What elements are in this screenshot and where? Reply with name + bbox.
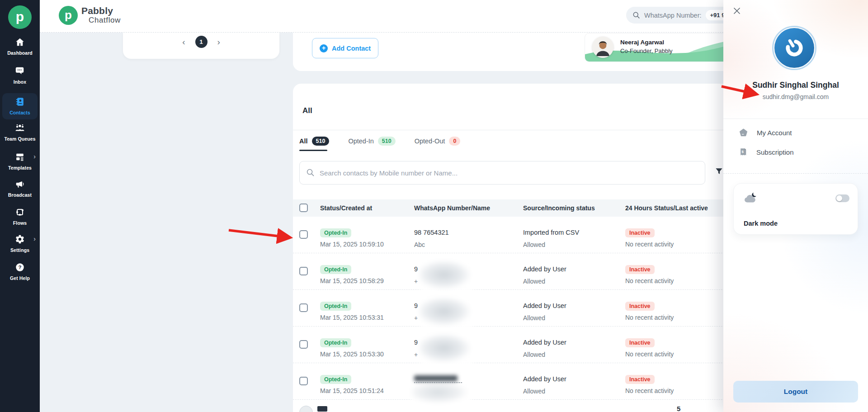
incoming-status: Allowed <box>523 241 579 248</box>
h24-status-badge: Inactive <box>625 302 655 311</box>
profile-panel: Sudhir Singhal Singhal sudhir.dmg@gmail.… <box>723 0 868 412</box>
cloud-moon-icon <box>743 191 758 204</box>
status-badge: Opted-In <box>320 302 351 311</box>
banner-role: Co-Founder, Pabbly <box>620 47 673 54</box>
last-active: No recent activity <box>625 314 674 321</box>
row-checkbox[interactable] <box>299 340 308 349</box>
whatsapp-number: 9 <box>414 302 418 310</box>
sidebar-item-team-queues[interactable]: Team Queues <box>0 123 40 142</box>
last-active: No recent activity <box>625 350 674 358</box>
sidebar: p Dashboard Inbox Contacts Team Queues T… <box>0 0 40 412</box>
contacts-search-input[interactable] <box>299 161 705 185</box>
table-row: Opted-In Mar 15, 2025 10:53:30 9 + Added… <box>293 327 772 363</box>
column-source-incoming: Source/Incoming status <box>523 199 595 217</box>
pagination-prev-icon[interactable]: ‹ <box>182 36 185 48</box>
whatsapp-number: 9 <box>414 338 418 347</box>
created-at: Mar 15, 2025 10:53:31 <box>320 314 384 321</box>
avatar <box>774 28 814 68</box>
brand-name: Pabbly <box>81 6 121 16</box>
h24-status-badge: Inactive <box>625 265 655 274</box>
blur-dark-overlay <box>414 375 458 381</box>
sidebar-item-flows[interactable]: Flows <box>0 207 40 226</box>
status-badge: Opted-In <box>320 228 351 237</box>
add-contact-button[interactable]: + Add Contact <box>312 38 378 58</box>
close-icon[interactable] <box>732 6 741 17</box>
contact-name: + <box>414 351 418 358</box>
column-status-created: Status/Created at <box>320 199 372 217</box>
incoming-status: Allowed <box>523 314 566 322</box>
source: Imported from CSV <box>523 228 579 237</box>
blur-overlay <box>411 381 471 406</box>
pabbly-chatflow-logo-icon: p <box>59 6 78 25</box>
h24-status-badge: Inactive <box>625 228 655 237</box>
last-active: No recent activity <box>625 241 674 248</box>
tab-all[interactable]: All 510 <box>299 137 329 146</box>
divider <box>293 130 772 130</box>
pabbly-logo-icon[interactable]: p <box>8 5 32 29</box>
pagination-next-icon[interactable]: › <box>217 36 220 48</box>
status-badge: Opted-In <box>320 375 351 384</box>
row-checkbox[interactable] <box>299 303 308 312</box>
source: Added by User <box>523 338 566 347</box>
dark-mode-toggle[interactable] <box>835 194 849 202</box>
blur-overlay <box>420 334 474 365</box>
banner-avatar <box>592 37 613 58</box>
subscription-receipt-icon: $ <box>739 147 748 157</box>
incoming-status: Allowed <box>523 278 566 285</box>
pagination-page-1[interactable]: 1 <box>195 36 208 48</box>
created-at: Mar 15, 2025 10:51:24 <box>320 387 384 394</box>
table-header: Status/Created at WhatsApp Number/Name S… <box>293 199 772 217</box>
incoming-status: Allowed <box>523 351 566 358</box>
status-badge: Opted-In <box>320 265 351 274</box>
sidebar-item-get-help[interactable]: ? Get Help <box>0 262 40 281</box>
flows-icon <box>0 207 40 218</box>
contacts-card: All All 510 Opted-In 510 Opted-Out 0 <box>293 84 772 412</box>
tab-opted-in[interactable]: Opted-In 510 <box>348 137 395 146</box>
dark-mode-card: Dark mode <box>733 183 858 235</box>
row-checkbox[interactable] <box>299 377 308 385</box>
blur-overlay <box>420 297 474 329</box>
row-checkbox[interactable] <box>299 267 308 275</box>
source: Added by User <box>523 265 566 274</box>
banner-name: Neeraj Agarwal <box>620 39 664 46</box>
select-all-checkbox[interactable] <box>299 204 308 212</box>
menu-item-my-account[interactable]: My Account <box>739 128 792 137</box>
pagination-card: ‹ 1 › <box>123 33 279 59</box>
svg-text:?: ? <box>19 265 22 270</box>
sidebar-item-contacts[interactable]: Contacts <box>2 93 38 119</box>
contacts-tabs: All 510 Opted-In 510 Opted-Out 0 <box>299 137 460 146</box>
power-logo-icon <box>783 37 805 59</box>
sidebar-item-templates[interactable]: Templates › <box>0 152 40 170</box>
column-number-name: WhatsApp Number/Name <box>414 199 490 217</box>
sidebar-item-settings[interactable]: Settings › <box>0 234 40 253</box>
sidebar-item-dashboard[interactable]: Dashboard <box>0 37 40 56</box>
contacts-book-icon <box>2 97 38 108</box>
toggle-knob <box>836 195 842 201</box>
brand-logo: p Pabbly Chatflow <box>59 6 121 25</box>
tab-opted-in-count: 510 <box>378 137 396 146</box>
dotted-underline <box>414 382 462 383</box>
incoming-status: Allowed <box>523 388 566 395</box>
chevron-right-icon: › <box>33 153 36 160</box>
inbox-chat-icon <box>0 66 40 77</box>
blur-overlay <box>420 260 474 292</box>
filter-icon[interactable] <box>715 167 723 177</box>
menu-item-subscription[interactable]: $ Subscription <box>739 147 794 157</box>
search-icon <box>632 11 640 19</box>
broadcast-megaphone-icon <box>0 179 40 190</box>
status-badge: Opted-In <box>320 338 351 347</box>
footer-avatar <box>299 406 313 412</box>
sidebar-item-broadcast[interactable]: Broadcast <box>0 179 40 198</box>
h24-status-badge: Inactive <box>625 338 655 347</box>
source: Added by User <box>523 302 566 310</box>
chevron-right-icon: › <box>33 235 36 242</box>
h24-status-badge: Inactive <box>625 375 655 384</box>
row-checkbox[interactable] <box>299 230 308 239</box>
tab-opted-out[interactable]: Opted-Out 0 <box>415 137 461 146</box>
table-row: Opted-In Mar 15, 2025 10:53:31 9 + Added… <box>293 290 772 327</box>
logout-button[interactable]: Logout <box>733 381 858 403</box>
tab-all-count: 510 <box>312 137 330 146</box>
sidebar-item-inbox[interactable]: Inbox <box>0 66 40 85</box>
table-row: Opted-In Mar 15, 2025 10:58:29 9 + Added… <box>293 253 772 290</box>
footer-page-size: 5 <box>677 405 680 412</box>
